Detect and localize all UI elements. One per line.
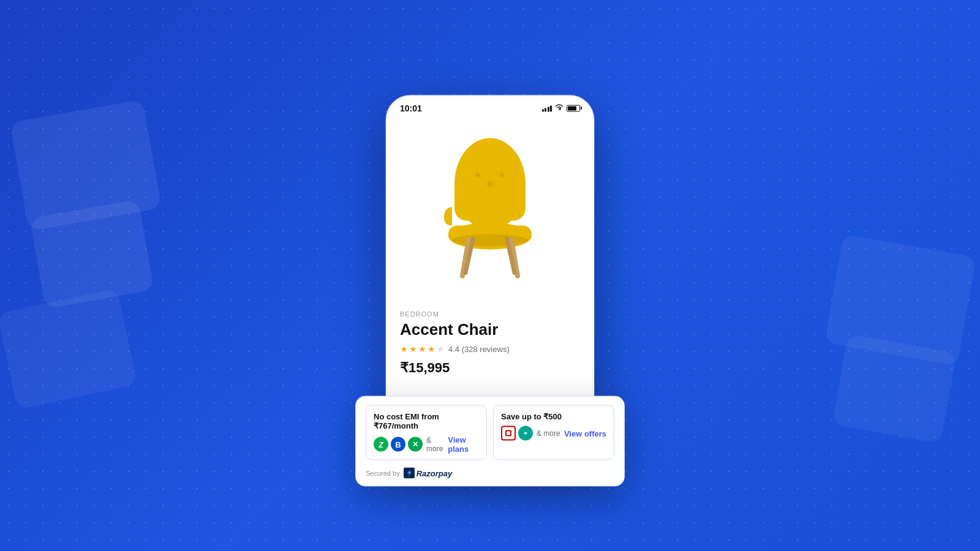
star-rating: ★ ★ ★ ★ ★ bbox=[400, 344, 445, 354]
product-category: BEDROOM bbox=[400, 310, 580, 318]
phone-wrapper: 10:01 bbox=[380, 96, 600, 456]
signal-icon bbox=[542, 105, 552, 112]
star-4: ★ bbox=[428, 344, 435, 354]
product-info: BEDROOM Accent Chair ★ ★ ★ ★ ★ 4.4 (328 … bbox=[388, 301, 592, 388]
decor-shape-2 bbox=[29, 200, 154, 309]
emi-card-title: No cost EMI from ₹767/month bbox=[374, 412, 479, 430]
bank-icon-teal bbox=[518, 426, 533, 441]
offers-bank-icons bbox=[501, 426, 533, 441]
star-5: ★ bbox=[437, 344, 445, 354]
wifi-icon bbox=[555, 104, 564, 113]
secured-row: Secured by Razorpay bbox=[366, 467, 614, 479]
svg-point-2 bbox=[487, 181, 493, 187]
star-1: ★ bbox=[400, 344, 408, 354]
razorpay-widget: No cost EMI from ₹767/month Z B ✕ & more… bbox=[355, 396, 625, 487]
star-2: ★ bbox=[409, 344, 417, 354]
bank-icon-red bbox=[501, 426, 516, 441]
razorpay-name: Razorpay bbox=[417, 468, 453, 478]
emi-card-bottom: Z B ✕ & more View plans bbox=[374, 435, 479, 454]
status-icons bbox=[542, 104, 581, 113]
emi-more-text: & more bbox=[426, 436, 444, 453]
emi-bank-icons: Z B ✕ bbox=[374, 437, 423, 452]
battery-icon bbox=[567, 105, 580, 111]
star-3: ★ bbox=[418, 344, 426, 354]
product-price: ₹15,995 bbox=[400, 360, 580, 376]
rating-row: ★ ★ ★ ★ ★ 4.4 (328 reviews) bbox=[400, 344, 580, 354]
offers-card: Save up to ₹500 bbox=[493, 405, 614, 460]
product-name: Accent Chair bbox=[400, 320, 580, 339]
razorpay-logo: Razorpay bbox=[404, 468, 453, 479]
svg-point-7 bbox=[452, 234, 528, 247]
product-image bbox=[429, 135, 551, 288]
rating-text: 4.4 (328 reviews) bbox=[448, 344, 510, 353]
offers-card-bottom: & more View offers bbox=[501, 426, 606, 441]
bank-icon-z: Z bbox=[374, 437, 388, 452]
emi-card: No cost EMI from ₹767/month Z B ✕ & more… bbox=[366, 405, 487, 460]
svg-point-4 bbox=[500, 173, 505, 178]
view-offers-link[interactable]: View offers bbox=[564, 429, 606, 438]
svg-point-3 bbox=[475, 173, 480, 178]
view-plans-link[interactable]: View plans bbox=[448, 435, 479, 454]
bank-icon-b: B bbox=[391, 437, 405, 452]
status-bar: 10:01 bbox=[388, 97, 592, 117]
product-image-area bbox=[388, 117, 592, 301]
razorpay-logo-icon bbox=[404, 468, 415, 479]
secured-text: Secured by bbox=[366, 470, 400, 477]
offers-more-text: & more bbox=[537, 429, 560, 438]
bank-icon-x: ✕ bbox=[408, 437, 423, 452]
decor-shape-5 bbox=[832, 334, 956, 444]
status-time: 10:01 bbox=[400, 103, 422, 113]
widget-cards: No cost EMI from ₹767/month Z B ✕ & more… bbox=[366, 405, 614, 460]
offers-card-title: Save up to ₹500 bbox=[501, 412, 606, 421]
svg-rect-1 bbox=[454, 172, 526, 221]
